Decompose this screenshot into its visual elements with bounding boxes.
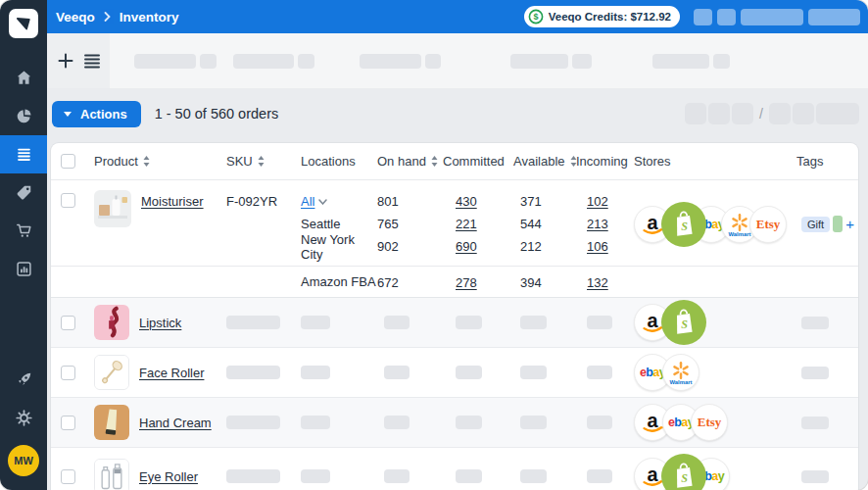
select-all-checkbox[interactable]	[61, 154, 75, 169]
quantity-value: 902	[377, 239, 399, 254]
toolbar-filter-group[interactable]	[134, 54, 217, 69]
top-bar-button-placeholder[interactable]	[741, 9, 803, 25]
value-placeholder	[587, 469, 612, 483]
quantity-link[interactable]: 102	[587, 194, 608, 209]
sidebar-item-home[interactable]	[0, 59, 47, 97]
locations-all-link[interactable]: All	[301, 194, 314, 209]
top-bar-button-placeholder[interactable]	[717, 9, 736, 25]
column-label: Committed	[443, 154, 505, 169]
etsy-store-icon[interactable]: Etsy	[749, 206, 787, 243]
svg-text:S: S	[681, 471, 688, 485]
tag-icon	[15, 183, 33, 202]
filter-placeholder[interactable]	[510, 54, 568, 69]
toolbar-filter-group[interactable]	[233, 54, 314, 69]
toolbar-filter-group[interactable]	[360, 54, 441, 69]
product-link[interactable]: Moisturiser	[141, 194, 204, 209]
sort-icon[interactable]	[258, 156, 265, 167]
sidebar-item-tags[interactable]	[0, 173, 47, 212]
quantity-link[interactable]: 430	[456, 194, 477, 209]
walmart-store-icon[interactable]: Walmart	[662, 354, 699, 391]
sort-icon[interactable]	[431, 156, 438, 167]
location-name: New York City	[301, 232, 377, 262]
sidebar-item-cart[interactable]	[0, 212, 47, 250]
quantity-link[interactable]: 278	[456, 275, 477, 290]
etsy-store-icon[interactable]: Etsy	[691, 404, 728, 441]
sidebar-item-reports[interactable]	[0, 250, 47, 288]
filter-placeholder[interactable]	[233, 54, 294, 69]
pagination-button[interactable]	[708, 103, 730, 124]
svg-text:Walmart: Walmart	[729, 231, 751, 237]
row-checkbox[interactable]	[61, 416, 75, 430]
top-bar-button-placeholder[interactable]	[694, 9, 712, 25]
product-link[interactable]: Hand Cream	[139, 416, 212, 430]
value-placeholder	[301, 416, 330, 429]
pagination-button[interactable]	[769, 103, 791, 124]
value-placeholder	[226, 366, 280, 379]
actions-button[interactable]: Actions	[52, 101, 141, 127]
pagination-button[interactable]	[732, 103, 753, 124]
filter-placeholder[interactable]	[298, 54, 314, 69]
actions-bar: Actions 1 - 50 of 560 orders /	[47, 88, 868, 143]
value-placeholder	[587, 416, 612, 429]
column-header-on-hand[interactable]: On hand	[377, 154, 443, 169]
column-header-sku[interactable]: SKU	[226, 154, 301, 169]
plus-icon[interactable]	[58, 53, 73, 69]
shopify-store-icon[interactable]: S	[661, 202, 706, 247]
filter-placeholder[interactable]	[572, 54, 592, 69]
table-row: LipstickaS	[51, 298, 858, 348]
user-avatar[interactable]: MW	[8, 445, 39, 476]
quantity-link[interactable]: 132	[587, 275, 608, 290]
shopify-store-icon[interactable]: S	[661, 454, 706, 490]
pagination-button[interactable]	[685, 103, 706, 124]
product-link[interactable]: Eye Roller	[139, 469, 198, 484]
column-label: Locations	[301, 154, 356, 169]
menu-icon[interactable]	[84, 54, 100, 69]
table-row: Face RollerebayWalmart	[51, 348, 858, 398]
quantity-link[interactable]: 213	[587, 217, 608, 231]
filter-placeholder[interactable]	[713, 54, 730, 69]
quantity-link[interactable]: 106	[587, 239, 608, 254]
row-checkbox[interactable]	[61, 469, 75, 484]
toolbar-filter-group[interactable]	[510, 54, 592, 69]
filter-placeholder[interactable]	[425, 54, 441, 69]
tag-chip-truncated[interactable]	[833, 216, 843, 232]
value-placeholder	[456, 366, 482, 379]
breadcrumb-brand[interactable]: Veeqo	[56, 10, 95, 24]
quantity-link[interactable]: 690	[456, 239, 477, 254]
pagination-button[interactable]	[816, 103, 859, 124]
row-checkbox[interactable]	[61, 193, 75, 208]
shopify-store-icon[interactable]: S	[661, 300, 706, 345]
column-header-available[interactable]: Available	[513, 154, 576, 169]
sort-icon[interactable]	[143, 156, 150, 167]
filter-placeholder[interactable]	[360, 54, 421, 69]
filter-placeholder[interactable]	[652, 54, 709, 69]
filter-placeholder[interactable]	[200, 54, 217, 69]
sidebar-item-inventory[interactable]	[0, 135, 47, 173]
tag-chip[interactable]: Gift	[801, 217, 830, 232]
pagination-button[interactable]	[793, 103, 814, 124]
column-header-product[interactable]: Product	[94, 154, 226, 169]
row-checkbox[interactable]	[61, 316, 75, 330]
add-tag-button[interactable]: +	[845, 217, 854, 231]
quantity-link[interactable]: 221	[456, 217, 477, 231]
toolbar-filter-group[interactable]	[652, 54, 730, 69]
toolbar-filter-placeholders	[110, 54, 730, 69]
veeqo-credits-badge[interactable]: $ Veeqo Credits: $712.92	[524, 6, 680, 27]
product-link[interactable]: Lipstick	[139, 316, 181, 330]
row-checkbox[interactable]	[61, 366, 75, 380]
product-link[interactable]: Face Roller	[139, 366, 204, 380]
value-placeholder	[301, 366, 330, 379]
filter-placeholder[interactable]	[134, 54, 196, 69]
sidebar-item-analytics[interactable]	[0, 97, 47, 135]
pagination: /	[685, 103, 859, 124]
veeqo-logo[interactable]	[9, 9, 38, 38]
sidebar-nav	[0, 59, 47, 288]
sidebar-item-whats-new[interactable]	[0, 361, 47, 399]
table-body: MoisturiserF-092YRAllSeattleNew York Cit…	[51, 180, 858, 490]
chevron-down-icon	[318, 199, 327, 205]
value-placeholder	[384, 469, 410, 483]
value-placeholder	[384, 416, 410, 429]
sidebar-item-settings[interactable]	[0, 399, 47, 437]
top-bar: Veeqo Inventory $ Veeqo Credits: $712.92	[47, 0, 868, 33]
top-bar-button-placeholder[interactable]	[808, 9, 860, 25]
